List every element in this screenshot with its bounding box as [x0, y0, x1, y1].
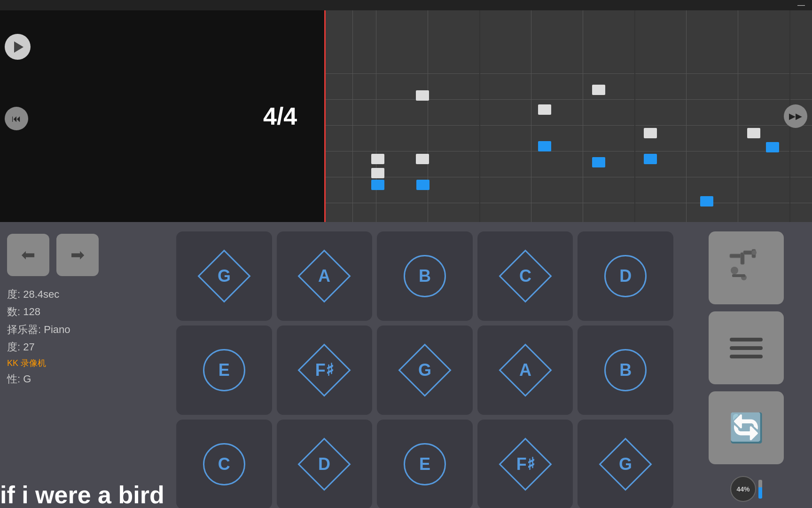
note-button-D3[interactable]: D	[277, 420, 373, 508]
note-button-C3[interactable]: C	[176, 420, 272, 508]
note-label-D3: D	[318, 454, 330, 474]
time-signature: 4/4	[263, 102, 297, 130]
note-button-D1[interactable]: D	[578, 231, 673, 321]
diamond-shape-A1: A	[298, 249, 351, 302]
sequencer-panel[interactable]: ▶▶	[324, 10, 812, 222]
svg-rect-0	[730, 254, 742, 258]
v-line	[352, 10, 353, 222]
circle-shape-C3: C	[203, 443, 245, 485]
diamond-shape-A2: A	[499, 343, 552, 397]
note-blue[interactable]	[371, 180, 384, 190]
note-button-B2[interactable]: B	[578, 325, 673, 415]
seq-row	[324, 177, 812, 203]
note-white[interactable]	[747, 128, 760, 138]
right-panel: 🔄 44%	[680, 222, 812, 508]
v-line	[428, 10, 428, 222]
left-controls: ⬅ ➡ 度: 28.4sec 数: 128 择乐器: Piano 度: 27 K…	[0, 222, 169, 508]
diamond-shape-C1: C	[499, 249, 552, 302]
note-blue[interactable]	[700, 196, 713, 206]
v-line	[376, 10, 376, 222]
note-label-C3: C	[218, 454, 230, 474]
svg-point-4	[731, 267, 738, 274]
refresh-button[interactable]: 🔄	[709, 391, 784, 464]
note-white[interactable]	[416, 90, 429, 101]
note-label-G1: G	[218, 266, 231, 286]
note-label-D1: D	[619, 266, 632, 286]
note-button-G2[interactable]: G	[377, 325, 473, 415]
v-line	[738, 10, 738, 222]
svg-rect-2	[743, 251, 753, 254]
note-button-E3[interactable]: E	[377, 420, 473, 508]
note-white[interactable]	[538, 104, 551, 115]
note-button-A2[interactable]: A	[477, 325, 573, 415]
note-blue[interactable]	[766, 142, 779, 152]
note-button-B1[interactable]: B	[377, 231, 473, 321]
play-button[interactable]	[5, 34, 31, 60]
back-nav-button[interactable]: ⬅	[7, 234, 49, 276]
note-label-B1: B	[419, 266, 431, 286]
forward-arrow-icon: ➡	[70, 245, 85, 265]
robot-icon	[725, 247, 767, 289]
note-button-E2[interactable]: E	[176, 325, 272, 415]
note-white[interactable]	[371, 168, 384, 178]
note-button-C1[interactable]: C	[477, 231, 573, 321]
note-blue[interactable]	[538, 141, 551, 151]
v-line	[686, 10, 687, 222]
seq-row	[324, 48, 812, 74]
svg-point-7	[752, 250, 757, 255]
song-title: if i were a bird	[0, 481, 164, 508]
note-label-Fs3: F♯	[516, 454, 534, 474]
volume-indicator: 44%	[730, 476, 762, 502]
circle-shape-B1: B	[404, 255, 446, 297]
v-line	[583, 10, 583, 222]
diamond-shape-D3: D	[298, 437, 351, 491]
menu-line-3	[730, 355, 763, 358]
duration-info: 度: 28.4sec	[7, 286, 162, 303]
close-button[interactable]: —	[797, 1, 805, 9]
note-label-A1: A	[318, 266, 330, 286]
note-white[interactable]	[592, 85, 605, 95]
note-blue[interactable]	[592, 157, 605, 167]
note-label-E3: E	[419, 454, 430, 474]
seq-row	[324, 126, 812, 151]
playhead-line	[324, 10, 326, 222]
note-button-A1[interactable]: A	[277, 231, 373, 321]
note-button-G1[interactable]: G	[176, 231, 272, 321]
note-grid: G A B C D E	[169, 222, 680, 508]
svg-rect-6	[732, 274, 745, 277]
video-panel: ⏮ 4/4	[0, 10, 324, 222]
volume-value[interactable]: 44%	[730, 476, 756, 502]
note-white[interactable]	[644, 128, 657, 138]
bottom-section: ⬅ ➡ 度: 28.4sec 数: 128 择乐器: Piano 度: 27 K…	[0, 222, 812, 508]
menu-line-2	[730, 346, 763, 350]
circle-shape-E2: E	[203, 349, 245, 391]
note-label-Fs2: F♯	[315, 360, 334, 380]
menu-button[interactable]	[709, 311, 784, 384]
info-panel: 度: 28.4sec 数: 128 择乐器: Piano 度: 27 KK 录像…	[7, 286, 162, 388]
note-button-Fs2[interactable]: F♯	[277, 325, 373, 415]
note-button-Fs3[interactable]: F♯	[477, 420, 573, 508]
diamond-shape-Fs2: F♯	[298, 343, 351, 397]
circle-shape-D1: D	[604, 255, 647, 297]
count-info: 数: 128	[7, 303, 162, 320]
instrument-info: 择乐器: Piano	[7, 321, 162, 338]
top-section: ⏮ 4/4	[0, 10, 812, 222]
diamond-shape-G1: G	[197, 249, 250, 302]
forward-nav-button[interactable]: ➡	[56, 234, 99, 276]
watermark-text: KK 录像机	[7, 356, 162, 371]
note-blue[interactable]	[416, 180, 429, 190]
note-white[interactable]	[416, 154, 429, 164]
note-white[interactable]	[371, 154, 384, 164]
forward-button[interactable]: ▶▶	[784, 104, 807, 128]
circle-shape-E3: E	[404, 443, 446, 485]
note-blue[interactable]	[644, 154, 657, 164]
title-bar: —	[0, 0, 812, 10]
rewind-button[interactable]: ⏮	[5, 107, 28, 130]
property-info: 性: G	[7, 370, 162, 388]
note-label-A2: A	[519, 360, 531, 380]
note-button-G3[interactable]: G	[578, 420, 673, 508]
robot-button[interactable]	[709, 231, 784, 304]
seq-row	[324, 151, 812, 177]
menu-line-1	[730, 338, 763, 341]
v-line	[531, 10, 531, 222]
